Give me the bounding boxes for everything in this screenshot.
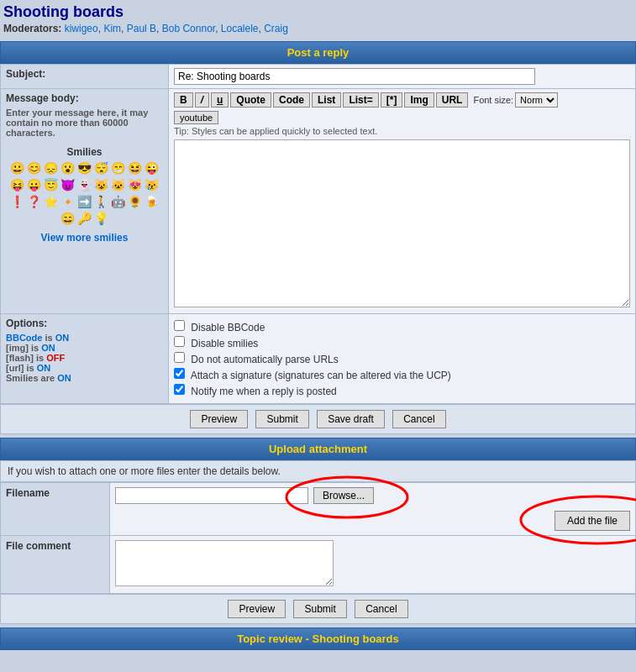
youtube-button[interactable]: youtube xyxy=(174,111,218,124)
tip-text: Tip: Styles can be applied quickly to se… xyxy=(174,126,630,136)
subject-input[interactable] xyxy=(174,68,535,85)
attach-signature-label[interactable]: Attach a signature (signatures can be al… xyxy=(174,368,630,381)
smiley-14[interactable]: 👻 xyxy=(77,178,92,193)
notify-reply-checkbox[interactable] xyxy=(174,384,185,395)
subject-cell xyxy=(169,65,636,89)
smiley-10[interactable]: 😝 xyxy=(10,178,25,193)
message-body-label-cell: Message body: Enter your message here, i… xyxy=(1,89,169,314)
moderators-line: Moderators: kiwigeo, Kim, Paul B, Bob Co… xyxy=(0,21,636,41)
options-label: Options: xyxy=(6,318,47,329)
mod-kim[interactable]: Kim xyxy=(103,23,121,34)
upload-action-row: Preview Submit Cancel xyxy=(0,594,636,624)
upload-preview-button[interactable]: Preview xyxy=(228,600,286,618)
post-action-row: Preview Submit Save draft Cancel xyxy=(0,404,636,434)
browse-button[interactable]: Browse... xyxy=(313,487,374,504)
smiley-17[interactable]: 😻 xyxy=(128,178,143,193)
url-button[interactable]: URL xyxy=(436,92,469,108)
topic-review-header: Topic review - Shooting boards xyxy=(0,627,636,650)
smiley-25[interactable]: 🤖 xyxy=(111,195,126,210)
smiley-27[interactable]: 🍺 xyxy=(145,195,160,210)
code-button[interactable]: Code xyxy=(273,92,310,108)
smiley-19[interactable]: ❗ xyxy=(10,195,25,210)
submit-button[interactable]: Submit xyxy=(255,410,308,428)
bbcode-status: ON xyxy=(55,333,70,343)
mod-craig[interactable]: Craig xyxy=(264,23,288,34)
mod-bobconnor[interactable]: Bob Connor xyxy=(162,23,215,34)
subject-label: Subject: xyxy=(1,65,169,89)
list-eq-button[interactable]: List= xyxy=(343,92,378,108)
smiley-1[interactable]: 😀 xyxy=(10,161,25,176)
disable-smilies-checkbox[interactable] xyxy=(174,336,185,347)
upload-info: If you wish to attach one or more files … xyxy=(0,460,636,482)
smilies-grid: 😀 😊 😞 😮 😎 😴 😁 😆 😜 😝 😛 😇 😈 👻 😺 🐱 xyxy=(6,161,163,227)
upload-header: Upload attachment xyxy=(0,438,636,460)
smiley-5[interactable]: 😎 xyxy=(77,161,92,176)
upload-cancel-button[interactable]: Cancel xyxy=(355,600,407,618)
smiley-20[interactable]: ❓ xyxy=(27,195,42,210)
add-file-button[interactable]: Add the file xyxy=(555,511,630,531)
message-textarea[interactable] xyxy=(174,139,630,307)
options-status: BBCode is ON [img] is ON [flash] is OFF … xyxy=(6,333,163,383)
smiley-2[interactable]: 😊 xyxy=(27,161,42,176)
smiley-13[interactable]: 😈 xyxy=(60,178,76,193)
no-parse-urls-label[interactable]: Do not automatically parse URLs xyxy=(174,352,630,365)
file-comment-label: File comment xyxy=(1,536,110,594)
message-body-desc: Enter your message here, it may contain … xyxy=(6,108,163,138)
star-button[interactable]: [*] xyxy=(381,92,403,108)
font-size-select[interactable]: Norm xyxy=(515,92,558,108)
page-title: Shooting boards xyxy=(0,0,636,21)
smiley-21[interactable]: ⭐ xyxy=(44,195,59,210)
quote-button[interactable]: Quote xyxy=(230,92,271,108)
smiley-24[interactable]: 🚶 xyxy=(94,195,109,210)
preview-button[interactable]: Preview xyxy=(190,410,248,428)
disable-bbcode-label[interactable]: Disable BBCode xyxy=(174,320,630,333)
cancel-button[interactable]: Cancel xyxy=(392,410,445,428)
formatting-toolbar: B / u Quote Code List List= [*] Img URL … xyxy=(174,92,630,108)
notify-reply-label[interactable]: Notify me when a reply is posted xyxy=(174,384,630,397)
options-checkboxes-cell: Disable BBCode Disable smilies Do not au… xyxy=(169,314,636,404)
disable-bbcode-checkbox[interactable] xyxy=(174,320,185,331)
smiley-29[interactable]: 🔑 xyxy=(77,212,92,227)
smiley-30[interactable]: 💡 xyxy=(94,212,109,227)
smiley-8[interactable]: 😆 xyxy=(128,161,143,176)
file-comment-textarea[interactable] xyxy=(115,540,334,586)
list-button[interactable]: List xyxy=(312,92,341,108)
view-more-smilies[interactable]: View more smilies xyxy=(41,232,129,244)
no-parse-urls-checkbox[interactable] xyxy=(174,352,185,363)
smiley-22[interactable]: 🔸 xyxy=(60,195,76,210)
smiley-15[interactable]: 😺 xyxy=(94,178,109,193)
filename-wrapper: Browse... xyxy=(115,487,630,504)
italic-button[interactable]: / xyxy=(195,92,209,108)
smiley-16[interactable]: 🐱 xyxy=(111,178,126,193)
mod-paulb[interactable]: Paul B xyxy=(127,23,156,34)
smiley-28[interactable]: 😄 xyxy=(60,212,76,227)
smilies-title: Smilies xyxy=(6,146,163,158)
save-draft-button[interactable]: Save draft xyxy=(317,410,385,428)
smiley-9[interactable]: 😜 xyxy=(145,161,160,176)
smiley-6[interactable]: 😴 xyxy=(94,161,109,176)
bbcode-label: BBCode xyxy=(6,333,42,343)
message-body-label: Message body: xyxy=(6,92,79,104)
smiley-12[interactable]: 😇 xyxy=(44,178,59,193)
disable-smilies-label[interactable]: Disable smilies xyxy=(174,336,630,349)
smiley-18[interactable]: 😿 xyxy=(145,178,160,193)
smiley-26[interactable]: 🌻 xyxy=(128,195,143,210)
bold-button[interactable]: B xyxy=(174,92,193,108)
img-button[interactable]: Img xyxy=(404,92,434,108)
options-label-cell: Options: BBCode is ON [img] is ON [flash… xyxy=(1,314,169,404)
smiley-7[interactable]: 😁 xyxy=(111,161,126,176)
post-reply-header: Post a reply xyxy=(0,41,636,64)
smiley-23[interactable]: ➡️ xyxy=(77,195,92,210)
file-comment-cell xyxy=(110,536,636,594)
underline-button[interactable]: u xyxy=(211,92,229,108)
attach-signature-checkbox[interactable] xyxy=(174,368,185,379)
filename-label: Filename xyxy=(1,483,110,536)
mod-localele[interactable]: Localele xyxy=(221,23,259,34)
font-size-label: Font size: xyxy=(473,95,513,105)
smiley-11[interactable]: 😛 xyxy=(27,178,42,193)
upload-submit-button[interactable]: Submit xyxy=(293,600,346,618)
filename-input[interactable] xyxy=(115,487,308,504)
smiley-4[interactable]: 😮 xyxy=(60,161,76,176)
smiley-3[interactable]: 😞 xyxy=(44,161,59,176)
mod-kiwigeo[interactable]: kiwigeo xyxy=(65,23,98,34)
